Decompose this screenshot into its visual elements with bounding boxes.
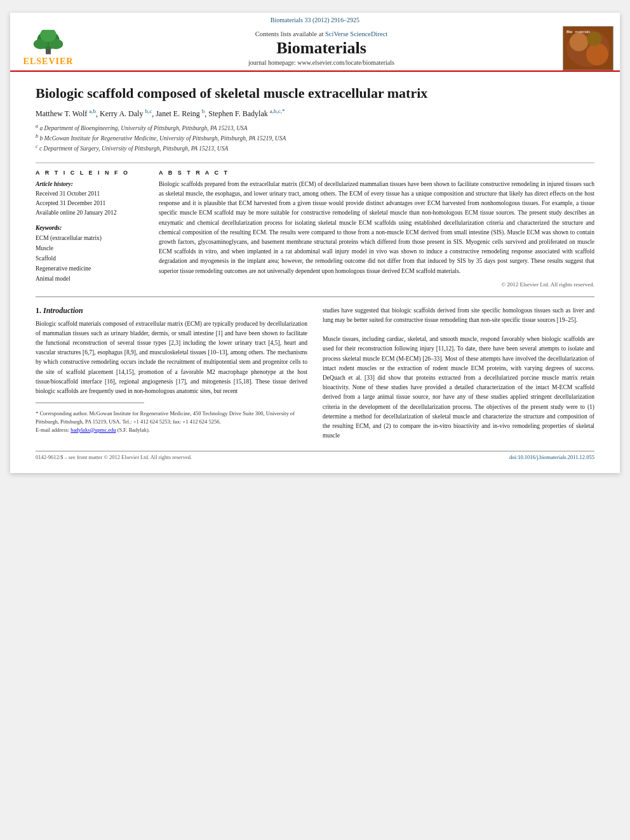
available-date: Available online 20 January 2012 <box>36 210 117 216</box>
keyword-1: Muscle <box>36 243 144 253</box>
contents-line: Contents lists available at SciVerse Sci… <box>93 30 550 37</box>
divider-after-affiliations <box>36 163 594 163</box>
main-content: Biologic scaffold composed of skeletal m… <box>10 72 620 473</box>
body-section: 1. Introduction Biologic scaffold materi… <box>36 306 594 441</box>
article-info-col: A R T I C L E I N F O Article history: R… <box>36 170 144 288</box>
page-footer: 0142-9612/$ – see front matter © 2012 El… <box>36 451 594 460</box>
footnote-corresponding: * Corresponding author. McGowan Institut… <box>36 410 307 426</box>
article-title: Biologic scaffold composed of skeletal m… <box>36 84 594 103</box>
abstract-text: Biologic scaffolds prepared from the ext… <box>159 180 594 276</box>
intro-left-text: Biologic scaffold materials composed of … <box>36 319 307 397</box>
keywords-block: Keywords: ECM (extracellular matrix) Mus… <box>36 225 144 284</box>
affiliation-a: a a Department of Bioengineering, Univer… <box>36 123 594 133</box>
keywords-list: ECM (extracellular matrix) Muscle Scaffo… <box>36 233 144 284</box>
author-wolf: Matthew T. Wolf a,b, Kerry A. Daly b,c, … <box>36 109 285 118</box>
journal-banner: ELSEVIER Contents lists available at Sci… <box>10 26 620 70</box>
abstract-col: A B S T R A C T Biologic scaffolds prepa… <box>159 170 594 288</box>
journal-title: Biomaterials <box>93 39 550 58</box>
footer-doi: doi:10.1016/j.biomaterials.2011.12.055 <box>509 454 594 460</box>
journal-homepage: journal homepage: www.elsevier.com/locat… <box>93 59 550 66</box>
divider-after-abstract <box>36 297 594 297</box>
abstract-header: A B S T R A C T <box>159 170 594 176</box>
history-label: Article history: <box>36 181 73 187</box>
article-info-block: Article history: Received 31 October 201… <box>36 180 144 218</box>
info-abstract-section: A R T I C L E I N F O Article history: R… <box>36 170 594 288</box>
article-info-header: A R T I C L E I N F O <box>36 170 144 176</box>
body-right-col: studies have suggested that biologic sca… <box>323 306 594 441</box>
keyword-3: Regenerative medicine <box>36 263 144 274</box>
biomaterials-logo: Bio materials <box>563 26 613 70</box>
body-left-col: 1. Introduction Biologic scaffold materi… <box>36 306 307 441</box>
keywords-label: Keywords: <box>36 225 144 231</box>
svg-text:Bio: Bio <box>566 30 573 34</box>
svg-point-7 <box>570 33 588 51</box>
accepted-date: Accepted 31 December 2011 <box>36 200 105 206</box>
journal-center: Contents lists available at SciVerse Sci… <box>80 30 563 66</box>
received-date: Received 31 October 2011 <box>36 190 100 197</box>
journal-header: Biomaterials 33 (2012) 2916–2925 ELSEVIE… <box>10 13 620 72</box>
copyright-line: © 2012 Elsevier Ltd. All rights reserved… <box>159 281 594 288</box>
keyword-0: ECM (extracellular matrix) <box>36 233 144 243</box>
svg-point-8 <box>586 43 608 65</box>
authors-line: Matthew T. Wolf a,b, Kerry A. Daly b,c, … <box>36 108 594 119</box>
affiliation-c: c c Department of Surgery, University of… <box>36 143 594 153</box>
footer-issn: 0142-9612/$ – see front matter © 2012 El… <box>36 454 192 460</box>
svg-point-9 <box>587 32 601 46</box>
footnote-email: E-mail address: badylaks@upmc.edu (S.F. … <box>36 426 307 434</box>
elsevier-tree-icon <box>23 30 74 55</box>
journal-citation: Biomaterials 33 (2012) 2916–2925 <box>271 17 359 23</box>
affiliations: a a Department of Bioengineering, Univer… <box>36 123 594 154</box>
sciverse-link[interactable]: SciVerse ScienceDirect <box>325 30 387 37</box>
footnote-divider <box>36 403 144 403</box>
elsevier-label: ELSEVIER <box>23 57 74 67</box>
elsevier-logo: ELSEVIER <box>17 29 80 67</box>
intro-right-text: studies have suggested that biologic sca… <box>323 306 594 441</box>
keyword-2: Scaffold <box>36 253 144 263</box>
biomaterials-logo-icon: Bio materials <box>563 27 613 70</box>
journal-top-bar: Biomaterials 33 (2012) 2916–2925 <box>10 17 620 23</box>
page: Biomaterials 33 (2012) 2916–2925 ELSEVIE… <box>10 13 620 473</box>
svg-text:materials: materials <box>575 30 591 34</box>
email-link[interactable]: badylaks@upmc.edu <box>70 427 116 433</box>
intro-section-number: 1. Introduction <box>36 306 307 316</box>
affiliation-b: b b McGowan Institute for Regenerative M… <box>36 133 594 143</box>
keyword-4: Animal model <box>36 274 144 284</box>
